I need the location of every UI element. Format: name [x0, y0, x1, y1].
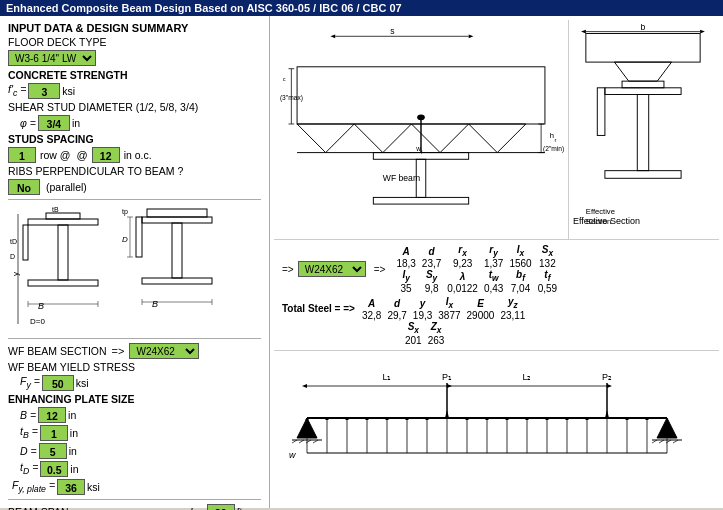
phi-row: φ = 3/4 in — [8, 115, 261, 131]
beam-span-row: BEAM SPAN L = 30 ft — [8, 504, 261, 510]
fc-input[interactable]: 3 — [28, 83, 60, 99]
svg-rect-68 — [605, 171, 681, 179]
floor-svg: s h c (3"max) — [278, 24, 564, 224]
svg-marker-40 — [297, 124, 354, 153]
tB-label: tB = — [20, 425, 38, 440]
load-diagram-svg: L₁ L₂ — [287, 368, 707, 488]
svg-text:h: h — [550, 131, 554, 140]
plate-header-row: ENHANCING PLATE SIZE — [8, 393, 261, 405]
svg-text:y: y — [11, 272, 20, 276]
fy-row: Fy = 50 ksi — [8, 375, 261, 391]
svg-marker-43 — [469, 124, 526, 153]
sx-zx-table: Sx Zx 201263 — [402, 321, 447, 346]
title-bar: Enhanced Composite Beam Design Based on … — [0, 0, 723, 16]
wf-section-props-select[interactable]: W24X62 — [298, 261, 366, 277]
fc-row: f'c = 3 ksi — [8, 83, 261, 99]
ribs-header: RIBS PERPENDICULAR TO BEAM ? — [8, 165, 183, 177]
svg-marker-96 — [605, 410, 609, 418]
floor-deck-label: FLOOR DECK TYPE — [8, 36, 106, 48]
svg-point-58 — [417, 114, 425, 120]
studs-row-input[interactable]: 1 — [8, 147, 36, 163]
plate-header: ENHANCING PLATE SIZE — [8, 393, 134, 405]
svg-rect-6 — [23, 225, 28, 260]
svg-text:B: B — [152, 299, 158, 309]
D-label: D = — [20, 445, 37, 457]
total-steel-row: Total Steel = => A d y Ix E yz 32,829,71… — [282, 296, 711, 321]
floor-deck-field-row: W3-6 1/4" LW — [8, 50, 261, 66]
D-row: D = 5 in — [8, 443, 261, 459]
svg-marker-60 — [581, 30, 586, 34]
wf-section-select[interactable]: W24X62 — [129, 343, 199, 359]
beam-span-label: BEAM SPAN — [8, 506, 188, 510]
tD-label: tD = — [20, 461, 38, 476]
L-label: L = — [190, 506, 205, 510]
shear-stud-header: SHEAR STUD DIAMETER (1/2, 5/8, 3/4) — [8, 101, 198, 113]
beam-cross-diagrams: y B D=0 tB tD — [8, 204, 261, 334]
fy-input[interactable]: 50 — [42, 375, 74, 391]
arrow2: => — [374, 264, 386, 275]
tB-input[interactable]: 1 — [40, 425, 68, 441]
B-input[interactable]: 12 — [38, 407, 66, 423]
phi-label: φ = — [20, 117, 36, 129]
D-input[interactable]: 5 — [39, 443, 67, 459]
tB-row: tB = 1 in — [8, 425, 261, 441]
concrete-header-row: CONCRETE STRENGTH — [8, 69, 261, 81]
svg-text:c: c — [283, 76, 286, 82]
svg-text:P₂: P₂ — [602, 372, 612, 382]
svg-text:P₁: P₁ — [442, 372, 452, 382]
svg-text:L₁: L₁ — [382, 372, 391, 382]
B-row: B = 12 in — [8, 407, 261, 423]
svg-marker-31 — [469, 34, 474, 38]
D-unit: in — [69, 445, 77, 457]
sx-zx-row: Sx Zx 201263 — [402, 321, 711, 346]
phi-input[interactable]: 3/4 — [38, 115, 70, 131]
studs-row-label: row @ — [40, 149, 71, 161]
studs-header: STUDS SPACING — [8, 133, 94, 145]
svg-text:D: D — [10, 253, 15, 260]
svg-text:L₂: L₂ — [522, 372, 531, 382]
svg-marker-88 — [302, 384, 307, 388]
svg-rect-63 — [586, 34, 700, 63]
floor-deck-select[interactable]: W3-6 1/4" LW — [8, 50, 96, 66]
studs-header-row: STUDS SPACING — [8, 133, 261, 145]
B-label: B = — [20, 409, 36, 421]
L-input[interactable]: 30 — [207, 504, 235, 510]
svg-text:D=0: D=0 — [30, 317, 45, 326]
svg-text:r: r — [554, 137, 556, 143]
B-unit: in — [68, 409, 76, 421]
ribs-header-row: RIBS PERPENDICULAR TO BEAM ? — [8, 165, 261, 177]
svg-rect-66 — [605, 88, 681, 95]
studs-unit: in o.c. — [124, 149, 152, 161]
total-steel-table: A d y Ix E yz 32,829,719,338772900023,11 — [359, 296, 529, 321]
svg-text:D: D — [122, 235, 128, 244]
studs-row: 1 row @ @ 12 in o.c. — [8, 147, 261, 163]
floor-diagram: s h c (3"max) — [274, 20, 569, 239]
wf-section-row: WF BEAM SECTION => W24X62 — [8, 343, 261, 359]
svg-rect-65 — [622, 81, 664, 88]
tD-input[interactable]: 0.5 — [40, 461, 68, 477]
tD-unit: in — [70, 463, 78, 475]
svg-text:b: b — [641, 24, 646, 32]
svg-text:tp: tp — [122, 208, 128, 216]
input-header: INPUT DATA & DESIGN SUMMARY — [8, 22, 261, 34]
ribs-input[interactable]: No — [8, 179, 40, 195]
fy-plate-unit: ksi — [87, 481, 100, 493]
svg-rect-4 — [28, 280, 98, 286]
fc-label: f'c = — [8, 83, 26, 98]
svg-rect-47 — [373, 197, 468, 204]
studs-spacing-input[interactable]: 12 — [92, 147, 120, 163]
fy-plate-input[interactable]: 36 — [57, 479, 85, 495]
fc-unit: ksi — [62, 85, 75, 97]
svg-text:B: B — [38, 301, 44, 311]
load-diagram: L₁ L₂ — [274, 351, 719, 504]
svg-rect-19 — [136, 217, 142, 257]
total-steel-label: Total Steel = => — [282, 303, 355, 314]
svg-text:WF beam: WF beam — [383, 173, 420, 183]
wf-section-props-row: => W24X62 => A d rx ry Ix Sx 18,323,7 — [282, 244, 711, 294]
svg-rect-69 — [597, 88, 605, 136]
svg-marker-93 — [445, 410, 449, 418]
fy-plate-row: Fy, plate = 36 ksi — [8, 479, 261, 495]
left-panel: INPUT DATA & DESIGN SUMMARY FLOOR DECK T… — [0, 16, 270, 508]
wf-yield-row: WF BEAM YIELD STRESS — [8, 361, 261, 373]
phi-unit: in — [72, 117, 80, 129]
